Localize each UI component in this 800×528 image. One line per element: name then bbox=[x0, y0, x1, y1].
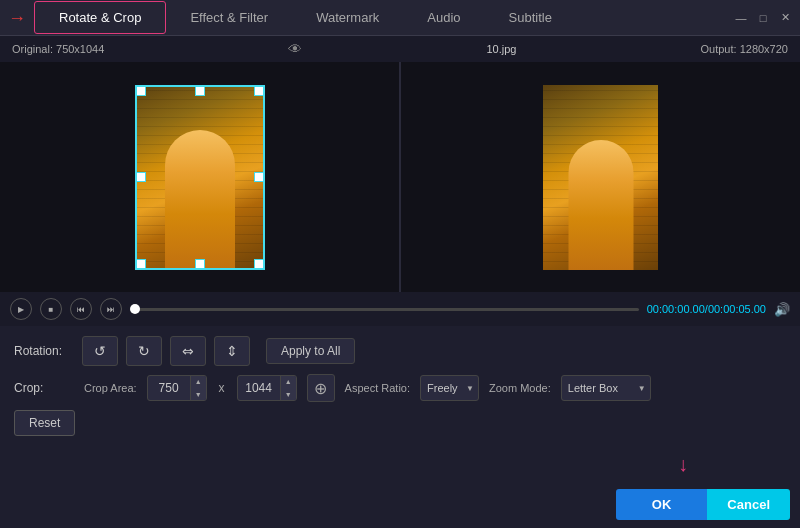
aspect-ratio-label: Aspect Ratio: bbox=[345, 382, 410, 394]
rotation-row: Rotation: ↺ ↻ ⇔ ⇕ Apply to All bbox=[14, 336, 786, 366]
down-arrow-indicator: ↓ bbox=[678, 453, 688, 476]
tab-subtitle[interactable]: Subtitle bbox=[485, 2, 576, 33]
play-button[interactable]: ▶ bbox=[10, 298, 32, 320]
bottom-bar: OK Cancel bbox=[606, 481, 800, 528]
zoom-mode-label: Zoom Mode: bbox=[489, 382, 551, 394]
eye-icon[interactable]: 👁 bbox=[288, 41, 302, 57]
maximize-button[interactable]: □ bbox=[756, 11, 770, 25]
crop-height-input-wrap[interactable]: ▲ ▼ bbox=[237, 375, 297, 401]
close-button[interactable]: ✕ bbox=[778, 11, 792, 25]
crop-width-up[interactable]: ▲ bbox=[191, 375, 206, 388]
crop-height-spinner[interactable]: ▲ ▼ bbox=[280, 375, 296, 401]
playback-bar: ▶ ■ ⏮ ⏭ 00:00:00.00/00:00:05.00 🔊 bbox=[0, 292, 800, 326]
crop-height-up[interactable]: ▲ bbox=[281, 375, 296, 388]
crop-handle-bl[interactable] bbox=[136, 259, 146, 269]
output-preview-image bbox=[543, 85, 658, 270]
filename: 10.jpg bbox=[486, 43, 516, 55]
crop-handle-ml[interactable] bbox=[136, 172, 146, 182]
ok-button[interactable]: OK bbox=[616, 489, 708, 520]
crop-handle-br[interactable] bbox=[254, 259, 264, 269]
zoom-mode-dropdown-wrap[interactable]: Letter Box Pan & Scan Full bbox=[561, 375, 651, 401]
tab-watermark[interactable]: Watermark bbox=[292, 2, 403, 33]
output-size: Output: 1280x720 bbox=[701, 43, 788, 55]
crop-height-down[interactable]: ▼ bbox=[281, 388, 296, 401]
window-controls: — □ ✕ bbox=[734, 11, 792, 25]
rotation-label: Rotation: bbox=[14, 344, 74, 358]
tab-effect-filter[interactable]: Effect & Filter bbox=[166, 2, 292, 33]
preview-area bbox=[0, 62, 800, 292]
crop-handle-mr[interactable] bbox=[254, 172, 264, 182]
crop-row: Crop: Crop Area: ▲ ▼ x ▲ ▼ ⊕ Aspect Rati… bbox=[14, 374, 786, 402]
crop-area-label: Crop Area: bbox=[84, 382, 137, 394]
crop-handle-tl[interactable] bbox=[136, 86, 146, 96]
stop-button[interactable]: ■ bbox=[40, 298, 62, 320]
reset-button[interactable]: Reset bbox=[14, 410, 75, 436]
preview-left bbox=[0, 62, 401, 292]
flip-vertical-button[interactable]: ⇕ bbox=[214, 336, 250, 366]
crop-width-input-wrap[interactable]: ▲ ▼ bbox=[147, 375, 207, 401]
current-time: 00:00:00.00 bbox=[647, 303, 705, 315]
aspect-ratio-dropdown-wrap[interactable]: Freely 16:9 4:3 1:1 9:16 bbox=[420, 375, 479, 401]
tab-rotate-crop[interactable]: Rotate & Crop bbox=[34, 1, 166, 34]
dimension-separator: x bbox=[219, 381, 225, 395]
tab-audio[interactable]: Audio bbox=[403, 2, 484, 33]
rotate-cw-button[interactable]: ↻ bbox=[126, 336, 162, 366]
apply-to-all-button[interactable]: Apply to All bbox=[266, 338, 355, 364]
info-bar: Original: 750x1044 👁 10.jpg Output: 1280… bbox=[0, 36, 800, 62]
crop-height-input[interactable] bbox=[238, 381, 280, 395]
center-crop-button[interactable]: ⊕ bbox=[307, 374, 335, 402]
timeline-playhead[interactable] bbox=[130, 304, 140, 314]
total-time: 00:00:05.00 bbox=[708, 303, 766, 315]
crop-width-input[interactable] bbox=[148, 381, 190, 395]
crop-width-down[interactable]: ▼ bbox=[191, 388, 206, 401]
aspect-ratio-select[interactable]: Freely 16:9 4:3 1:1 9:16 bbox=[420, 375, 479, 401]
next-frame-button[interactable]: ⏭ bbox=[100, 298, 122, 320]
flip-horizontal-button[interactable]: ⇔ bbox=[170, 336, 206, 366]
crop-handle-tr[interactable] bbox=[254, 86, 264, 96]
timeline-track[interactable] bbox=[130, 308, 639, 311]
preview-right bbox=[401, 62, 800, 292]
crop-width-spinner[interactable]: ▲ ▼ bbox=[190, 375, 206, 401]
zoom-mode-select[interactable]: Letter Box Pan & Scan Full bbox=[561, 375, 651, 401]
controls-area: Rotation: ↺ ↻ ⇔ ⇕ Apply to All Crop: Cro… bbox=[0, 326, 800, 446]
time-display: 00:00:00.00/00:00:05.00 bbox=[647, 303, 766, 315]
prev-frame-button[interactable]: ⏮ bbox=[70, 298, 92, 320]
red-arrow-indicator: → bbox=[8, 9, 26, 27]
crop-container[interactable] bbox=[135, 85, 265, 270]
minimize-button[interactable]: — bbox=[734, 11, 748, 25]
original-size: Original: 750x1044 bbox=[12, 43, 104, 55]
crop-overlay[interactable] bbox=[135, 85, 265, 270]
crop-label: Crop: bbox=[14, 381, 74, 395]
crop-handle-mt[interactable] bbox=[195, 86, 205, 96]
cancel-button[interactable]: Cancel bbox=[707, 489, 790, 520]
tab-bar: → Rotate & Crop Effect & Filter Watermar… bbox=[0, 0, 800, 36]
rotate-ccw-button[interactable]: ↺ bbox=[82, 336, 118, 366]
crop-handle-mb[interactable] bbox=[195, 259, 205, 269]
volume-icon[interactable]: 🔊 bbox=[774, 302, 790, 317]
